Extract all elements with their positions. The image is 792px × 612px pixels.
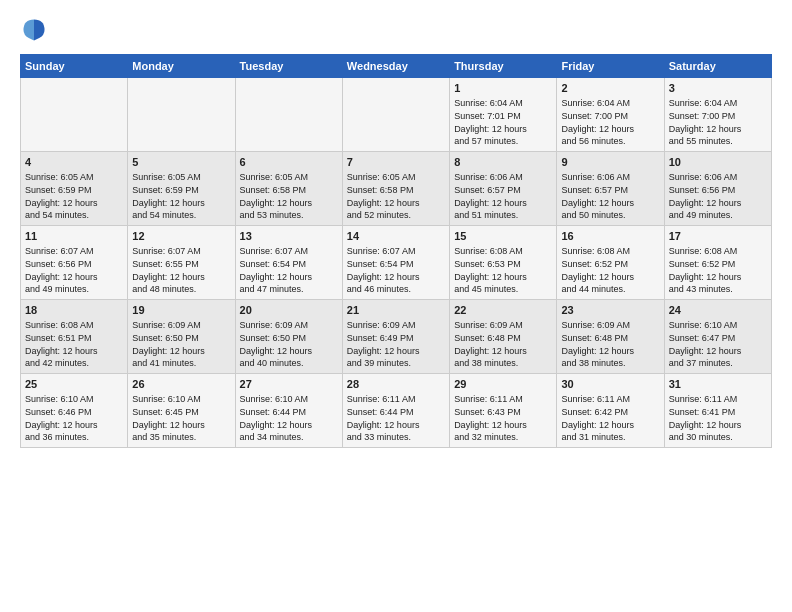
header-cell-sunday: Sunday (21, 55, 128, 78)
day-number: 31 (669, 377, 767, 392)
cell-content: and 40 minutes. (240, 357, 338, 370)
cell-content: and 37 minutes. (669, 357, 767, 370)
cell-content: Sunrise: 6:11 AM (561, 393, 659, 406)
calendar-cell: 14Sunrise: 6:07 AMSunset: 6:54 PMDayligh… (342, 226, 449, 300)
cell-content: Daylight: 12 hours (25, 419, 123, 432)
cell-content: and 44 minutes. (561, 283, 659, 296)
cell-content: Sunset: 6:41 PM (669, 406, 767, 419)
cell-content: and 35 minutes. (132, 431, 230, 444)
cell-content: Sunset: 6:50 PM (132, 332, 230, 345)
cell-content: Daylight: 12 hours (454, 123, 552, 136)
day-number: 15 (454, 229, 552, 244)
cell-content: and 49 minutes. (669, 209, 767, 222)
day-number: 23 (561, 303, 659, 318)
cell-content: Daylight: 12 hours (669, 419, 767, 432)
cell-content: Sunrise: 6:06 AM (669, 171, 767, 184)
cell-content: Sunrise: 6:08 AM (454, 245, 552, 258)
cell-content: Daylight: 12 hours (561, 271, 659, 284)
cell-content: and 48 minutes. (132, 283, 230, 296)
cell-content: Sunset: 6:50 PM (240, 332, 338, 345)
cell-content: and 41 minutes. (132, 357, 230, 370)
cell-content: Daylight: 12 hours (454, 271, 552, 284)
cell-content: Sunset: 6:59 PM (25, 184, 123, 197)
cell-content: and 42 minutes. (25, 357, 123, 370)
calendar-cell: 30Sunrise: 6:11 AMSunset: 6:42 PMDayligh… (557, 374, 664, 448)
cell-content: Daylight: 12 hours (240, 419, 338, 432)
day-number: 27 (240, 377, 338, 392)
cell-content: Sunset: 6:47 PM (669, 332, 767, 345)
calendar-cell: 2Sunrise: 6:04 AMSunset: 7:00 PMDaylight… (557, 78, 664, 152)
day-number: 13 (240, 229, 338, 244)
cell-content: Daylight: 12 hours (561, 419, 659, 432)
cell-content: Sunrise: 6:07 AM (347, 245, 445, 258)
cell-content: Sunset: 6:43 PM (454, 406, 552, 419)
cell-content: Sunset: 6:42 PM (561, 406, 659, 419)
day-number: 9 (561, 155, 659, 170)
day-number: 16 (561, 229, 659, 244)
cell-content: Sunset: 7:00 PM (669, 110, 767, 123)
calendar-cell: 17Sunrise: 6:08 AMSunset: 6:52 PMDayligh… (664, 226, 771, 300)
calendar-cell: 11Sunrise: 6:07 AMSunset: 6:56 PMDayligh… (21, 226, 128, 300)
calendar-cell: 12Sunrise: 6:07 AMSunset: 6:55 PMDayligh… (128, 226, 235, 300)
day-number: 24 (669, 303, 767, 318)
cell-content: Sunrise: 6:09 AM (347, 319, 445, 332)
week-row-4: 18Sunrise: 6:08 AMSunset: 6:51 PMDayligh… (21, 300, 772, 374)
day-number: 19 (132, 303, 230, 318)
day-number: 4 (25, 155, 123, 170)
calendar-cell: 3Sunrise: 6:04 AMSunset: 7:00 PMDaylight… (664, 78, 771, 152)
cell-content: and 46 minutes. (347, 283, 445, 296)
cell-content: Daylight: 12 hours (132, 345, 230, 358)
cell-content: and 56 minutes. (561, 135, 659, 148)
calendar-cell: 21Sunrise: 6:09 AMSunset: 6:49 PMDayligh… (342, 300, 449, 374)
cell-content: Sunset: 6:54 PM (240, 258, 338, 271)
cell-content: and 43 minutes. (669, 283, 767, 296)
cell-content: Sunrise: 6:07 AM (25, 245, 123, 258)
header-cell-monday: Monday (128, 55, 235, 78)
calendar-cell: 22Sunrise: 6:09 AMSunset: 6:48 PMDayligh… (450, 300, 557, 374)
cell-content: and 30 minutes. (669, 431, 767, 444)
cell-content: Sunrise: 6:09 AM (132, 319, 230, 332)
cell-content: Sunset: 6:54 PM (347, 258, 445, 271)
cell-content: Sunrise: 6:09 AM (454, 319, 552, 332)
cell-content: and 39 minutes. (347, 357, 445, 370)
calendar-cell: 24Sunrise: 6:10 AMSunset: 6:47 PMDayligh… (664, 300, 771, 374)
cell-content: Sunrise: 6:05 AM (132, 171, 230, 184)
cell-content: Sunrise: 6:04 AM (561, 97, 659, 110)
calendar-cell: 1Sunrise: 6:04 AMSunset: 7:01 PMDaylight… (450, 78, 557, 152)
cell-content: Daylight: 12 hours (347, 345, 445, 358)
week-row-1: 1Sunrise: 6:04 AMSunset: 7:01 PMDaylight… (21, 78, 772, 152)
cell-content: Daylight: 12 hours (240, 197, 338, 210)
cell-content: Sunrise: 6:07 AM (132, 245, 230, 258)
day-number: 6 (240, 155, 338, 170)
header-cell-saturday: Saturday (664, 55, 771, 78)
calendar-cell: 10Sunrise: 6:06 AMSunset: 6:56 PMDayligh… (664, 152, 771, 226)
cell-content: Sunset: 6:56 PM (669, 184, 767, 197)
calendar-cell: 25Sunrise: 6:10 AMSunset: 6:46 PMDayligh… (21, 374, 128, 448)
cell-content: Sunset: 6:58 PM (240, 184, 338, 197)
cell-content: Sunset: 6:52 PM (561, 258, 659, 271)
day-number: 25 (25, 377, 123, 392)
cell-content: and 47 minutes. (240, 283, 338, 296)
cell-content: Daylight: 12 hours (454, 419, 552, 432)
cell-content: Daylight: 12 hours (25, 345, 123, 358)
cell-content: Sunrise: 6:09 AM (561, 319, 659, 332)
cell-content: Sunset: 6:58 PM (347, 184, 445, 197)
cell-content: Daylight: 12 hours (454, 345, 552, 358)
header-cell-thursday: Thursday (450, 55, 557, 78)
calendar-cell: 31Sunrise: 6:11 AMSunset: 6:41 PMDayligh… (664, 374, 771, 448)
cell-content: Sunset: 6:44 PM (240, 406, 338, 419)
cell-content: Sunset: 7:00 PM (561, 110, 659, 123)
cell-content: Sunrise: 6:04 AM (669, 97, 767, 110)
cell-content: Sunset: 6:52 PM (669, 258, 767, 271)
day-number: 28 (347, 377, 445, 392)
calendar-cell (342, 78, 449, 152)
cell-content: and 33 minutes. (347, 431, 445, 444)
cell-content: and 53 minutes. (240, 209, 338, 222)
calendar-cell: 4Sunrise: 6:05 AMSunset: 6:59 PMDaylight… (21, 152, 128, 226)
cell-content: Daylight: 12 hours (132, 271, 230, 284)
header-cell-wednesday: Wednesday (342, 55, 449, 78)
cell-content: Sunrise: 6:06 AM (561, 171, 659, 184)
calendar-cell: 9Sunrise: 6:06 AMSunset: 6:57 PMDaylight… (557, 152, 664, 226)
cell-content: Sunrise: 6:10 AM (25, 393, 123, 406)
cell-content: and 52 minutes. (347, 209, 445, 222)
